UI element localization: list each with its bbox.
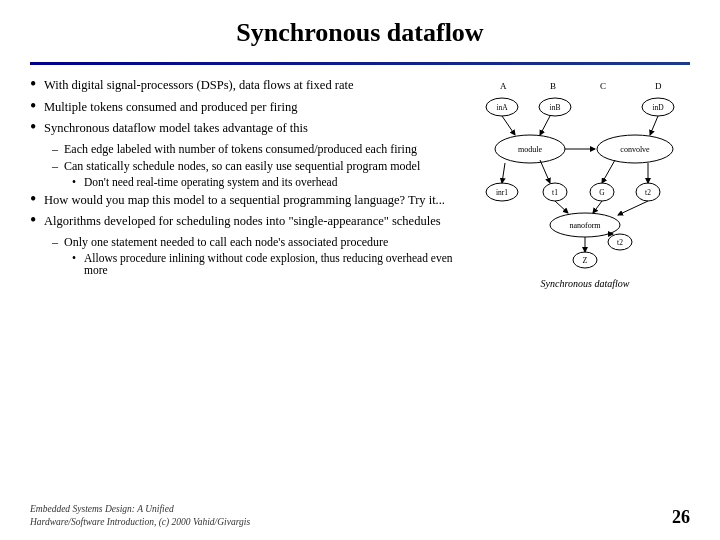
footer-line2: Hardware/Software Introduction, (c) 2000… [30, 516, 250, 528]
content-area: • With digital signal-processors (DSPs),… [30, 77, 690, 289]
svg-text:B: B [550, 81, 556, 91]
left-content: • With digital signal-processors (DSPs),… [30, 77, 470, 289]
bullet-item-2: • Multiple tokens consumed and produced … [30, 99, 470, 117]
bullet-dot-1: • [30, 75, 44, 93]
svg-text:module: module [518, 145, 542, 154]
svg-text:A: A [500, 81, 507, 91]
sub-dash-2: – [52, 159, 64, 174]
svg-text:inB: inB [550, 103, 561, 112]
diagram-label: Synchronous dataflow [480, 278, 690, 289]
svg-line-32 [555, 201, 568, 213]
svg-text:t2: t2 [645, 188, 651, 197]
sdf-diagram-svg: A B C D inA inB inD module convolve [480, 77, 690, 272]
svg-line-27 [540, 160, 550, 183]
sub-dash-3: – [52, 235, 64, 250]
svg-text:t1: t1 [552, 188, 558, 197]
svg-text:inA: inA [496, 103, 508, 112]
page-number: 26 [672, 507, 690, 528]
sub-sub-bullet-2: • Allows procedure inlining without code… [72, 252, 470, 276]
bullet-item-4: • How would you map this model to a sequ… [30, 192, 470, 210]
svg-line-28 [602, 160, 615, 183]
svg-line-15 [540, 116, 550, 135]
svg-text:nanoform: nanoform [569, 221, 601, 230]
sub-sub-bullets-group-2: • Allows procedure inlining without code… [72, 252, 470, 276]
sub-sub-dot-2: • [72, 252, 84, 264]
bullet-text-3: Synchronous dataflow model takes advanta… [44, 120, 308, 138]
bullet-text-5: Algorithms developed for scheduling node… [44, 213, 441, 231]
top-border [30, 62, 690, 65]
svg-text:inD: inD [652, 103, 664, 112]
svg-line-26 [502, 163, 505, 183]
svg-text:Z: Z [583, 256, 588, 265]
bullet-item-1: • With digital signal-processors (DSPs),… [30, 77, 470, 95]
sub-bullet-text-3: Only one statement needed to call each n… [64, 235, 388, 250]
diagram-area: A B C D inA inB inD module convolve [480, 77, 690, 289]
svg-line-34 [618, 201, 648, 215]
bullet-dot-4: • [30, 190, 44, 208]
slide: Synchronous dataflow • With digital sign… [0, 0, 720, 540]
bullet-dot-5: • [30, 211, 44, 229]
sub-bullet-1: – Each edge labeled with number of token… [52, 142, 470, 157]
svg-text:D: D [655, 81, 662, 91]
sub-bullets-group-1: – Each edge labeled with number of token… [52, 142, 470, 188]
bullet-text-4: How would you map this model to a sequen… [44, 192, 445, 210]
bullet-dot-2: • [30, 97, 44, 115]
sub-bullet-text-2: Can statically schedule nodes, so can ea… [64, 159, 420, 174]
sub-bullet-text-1: Each edge labeled with number of tokens … [64, 142, 417, 157]
sub-dash-1: – [52, 142, 64, 157]
bullet-item-3: • Synchronous dataflow model takes advan… [30, 120, 470, 138]
svg-text:C: C [600, 81, 606, 91]
footer: Embedded Systems Design: A Unified Hardw… [30, 503, 690, 528]
bullet-item-5: • Algorithms developed for scheduling no… [30, 213, 470, 231]
bullet-text-1: With digital signal-processors (DSPs), d… [44, 77, 354, 95]
bullet-text-2: Multiple tokens consumed and produced pe… [44, 99, 297, 117]
sub-sub-dot-1: • [72, 176, 84, 188]
slide-title: Synchronous dataflow [30, 18, 690, 48]
sub-sub-bullets-group-1: • Don't need real-time operating system … [72, 176, 470, 188]
svg-line-16 [650, 116, 658, 135]
sub-bullet-3: – Only one statement needed to call each… [52, 235, 470, 250]
bullet-dot-3: • [30, 118, 44, 136]
svg-text:inr1: inr1 [496, 188, 508, 197]
footer-left: Embedded Systems Design: A Unified Hardw… [30, 503, 250, 528]
svg-line-14 [502, 116, 515, 135]
sub-sub-bullet-text-2: Allows procedure inlining without code e… [84, 252, 470, 276]
footer-line1: Embedded Systems Design: A Unified [30, 503, 250, 515]
svg-text:t2: t2 [617, 238, 623, 247]
sub-bullets-group-2: – Only one statement needed to call each… [52, 235, 470, 276]
sub-sub-bullet-text-1: Don't need real-time operating system an… [84, 176, 337, 188]
svg-text:convolve: convolve [620, 145, 650, 154]
svg-text:G: G [599, 188, 605, 197]
sub-bullet-2: – Can statically schedule nodes, so can … [52, 159, 470, 174]
svg-line-33 [593, 201, 602, 213]
sub-sub-bullet-1: • Don't need real-time operating system … [72, 176, 470, 188]
